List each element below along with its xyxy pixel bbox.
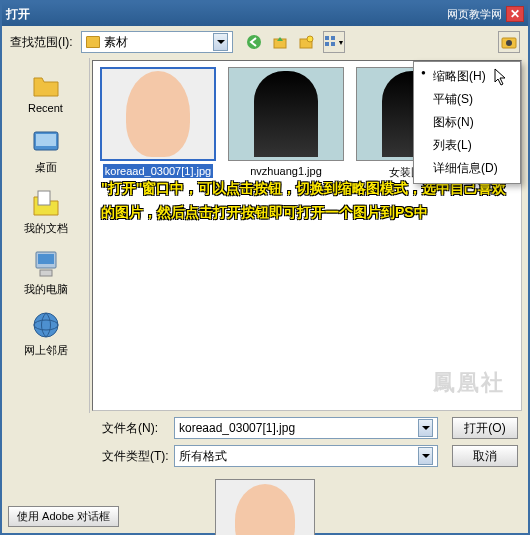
watermark-text: 网页教学网 [447, 7, 502, 22]
view-option-details[interactable]: 详细信息(D) [417, 157, 517, 180]
look-in-label: 查找范围(I): [10, 34, 73, 51]
look-in-combo[interactable]: 素材 [81, 31, 234, 53]
watermark-logo: 鳳凰社 [433, 368, 505, 398]
svg-rect-6 [325, 42, 329, 46]
file-item[interactable]: nvzhuang1.jpg [227, 67, 345, 181]
sidebar-item-documents[interactable]: 我的文档 [6, 183, 85, 240]
sidebar-item-desktop[interactable]: 桌面 [6, 122, 85, 179]
look-in-dropdown[interactable] [213, 33, 228, 51]
svg-rect-4 [325, 36, 329, 40]
svg-rect-12 [38, 191, 50, 205]
svg-rect-7 [331, 42, 335, 46]
view-option-icons[interactable]: 图标(N) [417, 111, 517, 134]
places-sidebar: Recent 桌面 我的文档 我的电脑 网上邻居 [2, 58, 90, 413]
preview-thumbnail [215, 479, 315, 535]
filetype-dropdown[interactable] [418, 447, 433, 465]
close-button[interactable]: ✕ [506, 6, 524, 22]
sidebar-item-network[interactable]: 网上邻居 [6, 305, 85, 362]
svg-rect-14 [38, 254, 54, 264]
view-menu-button[interactable]: ▼ [323, 31, 345, 53]
toolbar: 查找范围(I): 素材 ▼ [2, 26, 528, 58]
filename-label: 文件名(N): [102, 420, 174, 437]
adobe-dialog-button[interactable]: 使用 Adobe 对话框 [8, 506, 119, 527]
svg-rect-15 [40, 270, 52, 276]
titlebar: 打开 网页教学网 ✕ [2, 2, 528, 26]
footer: 使用 Adobe 对话框 [8, 506, 119, 527]
view-menu: 缩略图(H) 平铺(S) 图标(N) 列表(L) 详细信息(D) [413, 61, 521, 184]
view-option-thumbnails[interactable]: 缩略图(H) [417, 65, 517, 88]
file-list[interactable]: koreaad_03007[1].jpg nvzhuang1.jpg 女装图.j… [92, 60, 522, 411]
file-item[interactable]: koreaad_03007[1].jpg [99, 67, 217, 181]
back-button[interactable] [243, 31, 265, 53]
new-folder-button[interactable] [295, 31, 317, 53]
view-option-list[interactable]: 列表(L) [417, 134, 517, 157]
overlay-help-text: "打开"窗口中，可以点击按钮，切换到缩略图模式，选中自己喜欢的图片，然后点击打开… [101, 177, 513, 225]
up-folder-button[interactable] [269, 31, 291, 53]
look-in-value: 素材 [104, 34, 128, 51]
folder-icon [86, 36, 100, 48]
filetype-select[interactable]: 所有格式 [174, 445, 438, 467]
camera-button[interactable] [498, 31, 520, 53]
filetype-label: 文件类型(T): [102, 448, 174, 465]
svg-rect-5 [331, 36, 335, 40]
open-dialog: 打开 网页教学网 ✕ 查找范围(I): 素材 ▼ Recent 桌面 [0, 0, 530, 535]
svg-point-16 [34, 313, 58, 337]
open-button[interactable]: 打开(O) [452, 417, 518, 439]
svg-rect-11 [36, 134, 56, 146]
filename-dropdown[interactable] [418, 419, 433, 437]
sidebar-item-recent[interactable]: Recent [6, 64, 85, 118]
svg-point-0 [247, 35, 261, 49]
filename-input[interactable]: koreaad_03007[1].jpg [174, 417, 438, 439]
svg-point-9 [506, 40, 512, 46]
sidebar-item-computer[interactable]: 我的电脑 [6, 244, 85, 301]
window-title: 打开 [6, 6, 447, 23]
cancel-button[interactable]: 取消 [452, 445, 518, 467]
svg-point-3 [307, 36, 313, 42]
view-option-tiles[interactable]: 平铺(S) [417, 88, 517, 111]
